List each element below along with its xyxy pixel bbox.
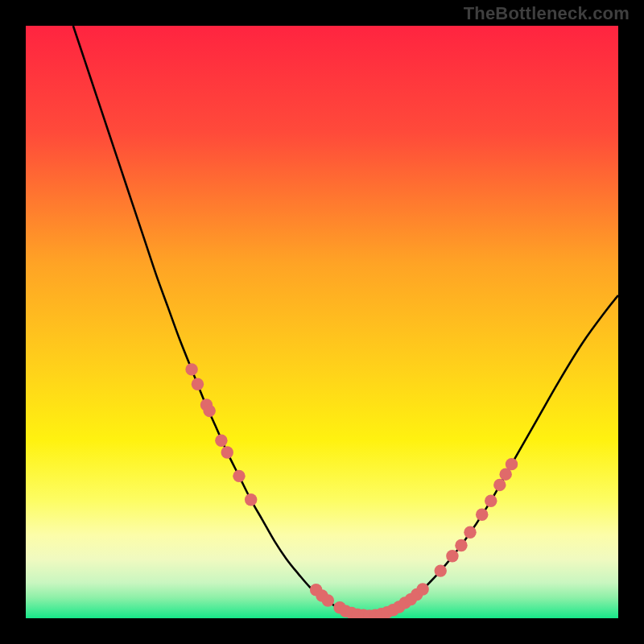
data-marker (476, 508, 488, 520)
chart-svg (26, 26, 618, 618)
data-marker (322, 594, 334, 606)
gradient-background (26, 26, 618, 618)
chart-frame: TheBottleneck.com (0, 0, 644, 644)
data-marker (485, 495, 497, 507)
data-marker (464, 526, 476, 539)
data-marker (192, 378, 204, 390)
data-marker (434, 564, 446, 576)
data-marker (221, 446, 233, 458)
data-marker (185, 363, 197, 375)
plot-area (26, 26, 618, 618)
data-marker (245, 493, 257, 506)
data-marker (455, 539, 467, 551)
data-marker (493, 479, 506, 491)
data-marker (506, 458, 518, 470)
data-marker (215, 434, 227, 446)
data-marker (233, 470, 245, 482)
data-marker (416, 583, 428, 595)
data-marker (203, 405, 215, 417)
watermark-text: TheBottleneck.com (464, 3, 630, 24)
data-marker (446, 550, 458, 562)
